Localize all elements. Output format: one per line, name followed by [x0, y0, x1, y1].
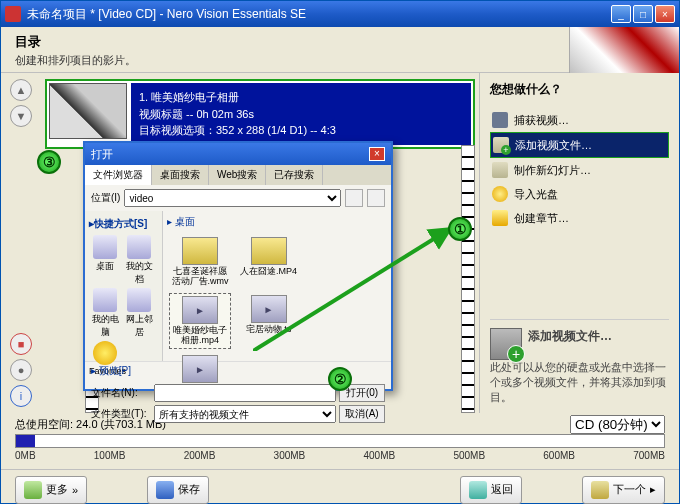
filetype-select[interactable]: 所有支持的视频文件	[154, 405, 336, 423]
dialog-title: 打开	[91, 147, 369, 162]
next-icon	[591, 481, 609, 499]
slideshow-icon	[492, 162, 508, 178]
page-header: 目录 创建和排列项目的影片。	[1, 27, 679, 73]
nav-up-button[interactable]: ▲	[10, 79, 32, 101]
shortcut-network[interactable]: 网上邻居	[123, 288, 155, 339]
add-file-icon	[493, 137, 509, 153]
more-icon	[24, 481, 42, 499]
location-select[interactable]: video	[124, 189, 341, 207]
disc-type-select[interactable]: CD (80分钟)	[570, 415, 665, 434]
save-button[interactable]: 保存	[147, 476, 209, 504]
camera-icon	[492, 112, 508, 128]
action-add-video-file[interactable]: 添加视频文件…	[490, 132, 669, 158]
space-ticks: 0MB100MB200MB300MB400MB500MB600MB700MB	[15, 450, 665, 461]
back-button[interactable]: 返回	[460, 476, 522, 504]
file-item[interactable]	[169, 353, 231, 387]
shortcut-desktop[interactable]: 桌面	[89, 235, 121, 286]
filetype-label: 文件类型(T):	[91, 407, 151, 421]
chapter-icon	[492, 210, 508, 226]
disc-icon	[492, 186, 508, 202]
cancel-button[interactable]: 取消(A)	[339, 405, 385, 423]
hint-add-icon	[490, 328, 522, 360]
hint-panel: 添加视频文件… 此处可以从您的硬盘或光盘中选择一个或多个视频文件，并将其添加到项…	[490, 319, 669, 405]
tab-desktop-search[interactable]: 桌面搜索	[152, 165, 209, 185]
app-icon	[5, 6, 21, 22]
more-button[interactable]: 更多 »	[15, 476, 87, 504]
file-item-selected[interactable]: 唯美婚纱电子相册.mp4	[169, 293, 231, 349]
loc-up-button[interactable]	[345, 189, 363, 207]
file-item[interactable]: 七喜圣诞祥愿活动厂告.wmv	[169, 235, 231, 289]
action-import-disc[interactable]: 导入光盘	[490, 182, 669, 206]
nav-down-button[interactable]: ▼	[10, 105, 32, 127]
dialog-close-button[interactable]: ×	[369, 147, 385, 161]
action-new-slideshow[interactable]: 制作新幻灯片…	[490, 158, 669, 182]
video-info: 1. 唯美婚纱电子相册 视频标题 -- 0h 02m 36s 目标视频选项：35…	[131, 83, 471, 145]
window-title: 未命名项目 * [Video CD] - Nero Vision Essenti…	[27, 6, 611, 23]
video-thumbnail	[49, 83, 127, 139]
titlebar: 未命名项目 * [Video CD] - Nero Vision Essenti…	[1, 1, 679, 27]
nero-logo	[569, 27, 679, 73]
filmstrip-right	[461, 145, 475, 413]
loc-view-button[interactable]	[367, 189, 385, 207]
callout-2: ②	[328, 367, 352, 391]
file-item[interactable]: 宅居动物.ts	[238, 293, 300, 337]
action-capture-video[interactable]: 捕获视频…	[490, 108, 669, 132]
callout-3: ③	[37, 150, 61, 174]
places-header[interactable]: ▸ 桌面	[167, 215, 387, 229]
back-icon	[469, 481, 487, 499]
space-bar	[15, 434, 665, 448]
shortcut-my-computer[interactable]: 我的电脑	[89, 288, 121, 339]
location-label: 位置(I)	[91, 191, 120, 205]
page-subtitle: 创建和排列项目的影片。	[15, 53, 665, 68]
tab-saved-search[interactable]: 已存搜索	[266, 165, 323, 185]
shortcuts-header[interactable]: ▸快捷方式[S]	[89, 217, 158, 231]
record-button[interactable]: ●	[10, 359, 32, 381]
save-icon	[156, 481, 174, 499]
actions-heading: 您想做什么？	[490, 81, 669, 98]
callout-1: ①	[448, 217, 472, 241]
action-create-chapter[interactable]: 创建章节…	[490, 206, 669, 230]
stop-button[interactable]: ■	[10, 333, 32, 355]
file-item[interactable]: 人在囧途.MP4	[238, 235, 300, 279]
filename-label: 文件名(N):	[91, 386, 151, 400]
video-item[interactable]: 1. 唯美婚纱电子相册 视频标题 -- 0h 02m 36s 目标视频选项：35…	[45, 79, 475, 149]
tab-file-browser[interactable]: 文件浏览器	[85, 165, 152, 185]
next-button[interactable]: 下一个 ▸	[582, 476, 665, 504]
shortcut-my-documents[interactable]: 我的文档	[123, 235, 155, 286]
open-file-dialog: 打开 × 文件浏览器 桌面搜索 Web搜索 已存搜索 位置(I) video ▸…	[83, 141, 393, 391]
info-button[interactable]: i	[10, 385, 32, 407]
tab-web-search[interactable]: Web搜索	[209, 165, 266, 185]
page-title: 目录	[15, 33, 665, 51]
hint-text: 此处可以从您的硬盘或光盘中选择一个或多个视频文件，并将其添加到项目。	[490, 360, 669, 405]
minimize-button[interactable]: _	[611, 5, 631, 23]
close-button[interactable]: ×	[655, 5, 675, 23]
maximize-button[interactable]: □	[633, 5, 653, 23]
